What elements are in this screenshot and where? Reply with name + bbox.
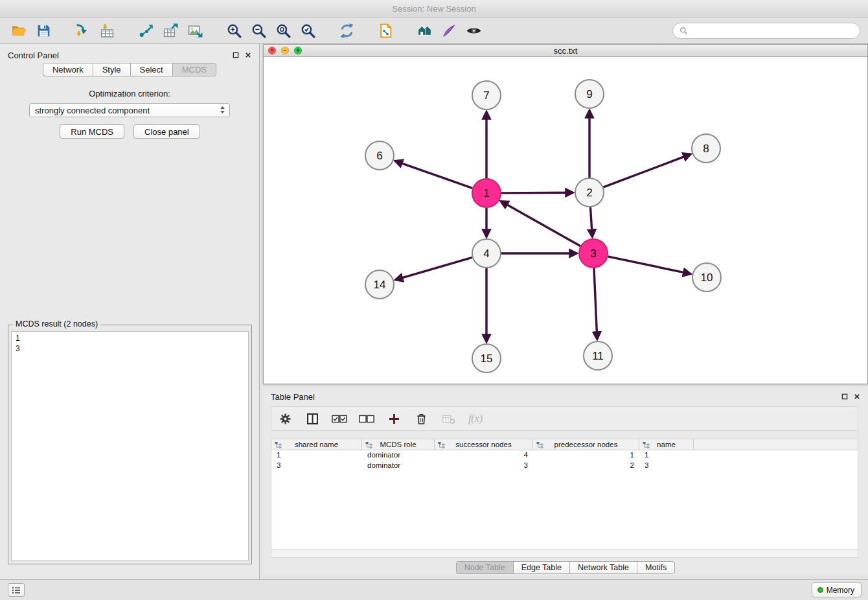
column-label: shared name (295, 441, 338, 448)
network-window-title-bar[interactable]: × − + scc.txt (264, 45, 867, 57)
column-header-name[interactable]: name (639, 439, 694, 450)
search-box[interactable] (672, 23, 860, 39)
cell-successor-nodes[interactable]: 4 (435, 450, 533, 461)
zoom-fit-icon (275, 23, 291, 39)
window-title: Session: New Session (392, 4, 475, 14)
attribute-icon (438, 441, 445, 448)
task-history-button[interactable] (8, 583, 25, 597)
cell-predecessor-nodes[interactable]: 1 (533, 450, 639, 461)
tab-edge-table[interactable]: Edge Table (513, 561, 570, 574)
graph-node-9[interactable]: 9 (575, 80, 604, 108)
column-header-MCDS-role[interactable]: MCDS role (362, 439, 435, 450)
table-horizontal-scrollbar[interactable] (271, 550, 858, 558)
criterion-select[interactable]: strongly connected component (29, 103, 230, 117)
close-table-panel-icon[interactable] (854, 393, 860, 400)
delete-row-button[interactable] (413, 409, 429, 428)
cell-shared-name[interactable]: 1 (271, 450, 362, 461)
save-session-button[interactable] (31, 20, 56, 41)
cell-name[interactable]: 3 (639, 461, 694, 471)
export-table-icon (163, 23, 179, 39)
graph-node-8[interactable]: 8 (692, 134, 720, 163)
cell-successor-nodes[interactable]: 3 (435, 461, 533, 471)
export-table-button[interactable] (158, 20, 183, 41)
tab-select[interactable]: Select (130, 63, 173, 76)
node-table: shared nameMCDS rolesuccessor nodesprede… (271, 439, 858, 550)
edge-2-3[interactable] (591, 207, 593, 237)
graph-node-2[interactable]: 2 (575, 178, 604, 207)
graph-node-7[interactable]: 7 (472, 81, 501, 110)
criterion-value: strongly connected component (35, 106, 150, 115)
show-columns-button[interactable] (304, 409, 321, 428)
search-input[interactable] (692, 27, 853, 36)
import-network-button[interactable] (70, 20, 95, 41)
refresh-button[interactable] (334, 20, 359, 41)
edge-2-8[interactable] (604, 154, 691, 187)
mcds-result-list[interactable]: 13 (11, 331, 249, 561)
cell-predecessor-nodes[interactable]: 2 (533, 461, 639, 471)
edge-1-2[interactable] (501, 192, 573, 193)
import-table-button[interactable] (95, 20, 119, 41)
column-header-predecessor-nodes[interactable]: predecessor nodes (533, 439, 639, 450)
graph-node-6[interactable]: 6 (365, 141, 394, 170)
cell-MCDS-role[interactable]: dominator (362, 461, 435, 471)
select-all-rows-button[interactable] (331, 409, 348, 428)
zoom-fit-button[interactable] (271, 20, 295, 41)
tab-node-table[interactable]: Node Table (456, 561, 514, 574)
zoom-in-button[interactable] (222, 20, 246, 41)
clone-network-button[interactable] (373, 20, 398, 41)
open-session-icon (11, 23, 27, 39)
column-header-successor-nodes[interactable]: successor nodes (435, 439, 533, 450)
tab-mcds[interactable]: MCDS (172, 63, 216, 76)
close-panel-button[interactable]: Close panel (133, 124, 200, 139)
network-canvas[interactable]: 7968124314101511 (264, 58, 867, 384)
graph-node-10[interactable]: 10 (692, 263, 721, 292)
float-table-panel-icon[interactable] (841, 393, 848, 400)
edge-3-11[interactable] (594, 268, 597, 339)
table-row[interactable]: 3dominator323 (271, 461, 858, 471)
zoom-selected-button[interactable] (295, 20, 320, 41)
tab-style[interactable]: Style (93, 63, 131, 76)
show-hide-button[interactable] (461, 20, 486, 41)
apply-function-button[interactable]: f(x) (467, 409, 484, 428)
show-columns-icon (306, 412, 319, 426)
delete-table-button[interactable] (440, 409, 457, 428)
settings-button[interactable] (277, 409, 293, 428)
task-list-icon (12, 586, 21, 594)
graph-node-11[interactable]: 11 (584, 341, 612, 370)
toolbar-group (412, 20, 486, 41)
graph-node-4[interactable]: 4 (472, 239, 501, 268)
float-panel-icon[interactable] (233, 52, 239, 58)
search-icon (680, 27, 688, 35)
graph-node-14[interactable]: 14 (365, 270, 394, 299)
edge-4-14[interactable] (396, 257, 472, 279)
minimize-window-button[interactable]: − (281, 47, 289, 54)
open-session-button[interactable] (6, 20, 31, 41)
export-network-button[interactable] (133, 20, 158, 41)
tab-network[interactable]: Network (43, 63, 93, 76)
column-header-shared-name[interactable]: shared name (271, 439, 362, 450)
close-window-button[interactable]: × (268, 47, 276, 54)
run-mcds-button[interactable]: Run MCDS (60, 124, 124, 139)
tab-network-table[interactable]: Network Table (569, 561, 637, 574)
unselect-all-rows-button[interactable] (358, 409, 375, 428)
graph-node-15[interactable]: 15 (472, 344, 501, 373)
edge-3-10[interactable] (608, 257, 691, 274)
tab-motifs[interactable]: Motifs (637, 561, 675, 574)
cell-shared-name[interactable]: 3 (271, 461, 362, 471)
first-neighbors-button[interactable] (412, 20, 437, 41)
graph-node-1[interactable]: 1 (472, 179, 501, 207)
graph-node-3[interactable]: 3 (579, 239, 608, 268)
edge-3-1[interactable] (501, 202, 580, 246)
zoom-out-button[interactable] (246, 20, 271, 41)
memory-button[interactable]: Memory (812, 583, 862, 597)
close-panel-icon[interactable] (245, 52, 251, 58)
cell-name[interactable]: 1 (639, 450, 694, 461)
export-image-button[interactable] (183, 20, 207, 41)
add-row-button[interactable] (385, 409, 402, 428)
cell-MCDS-role[interactable]: dominator (362, 450, 435, 461)
table-row[interactable]: 1dominator411 (271, 450, 858, 461)
annotations-button[interactable] (437, 20, 461, 41)
maximize-window-button[interactable]: + (294, 47, 302, 54)
edge-1-6[interactable] (396, 161, 473, 189)
network-window-title: scc.txt (554, 46, 578, 56)
